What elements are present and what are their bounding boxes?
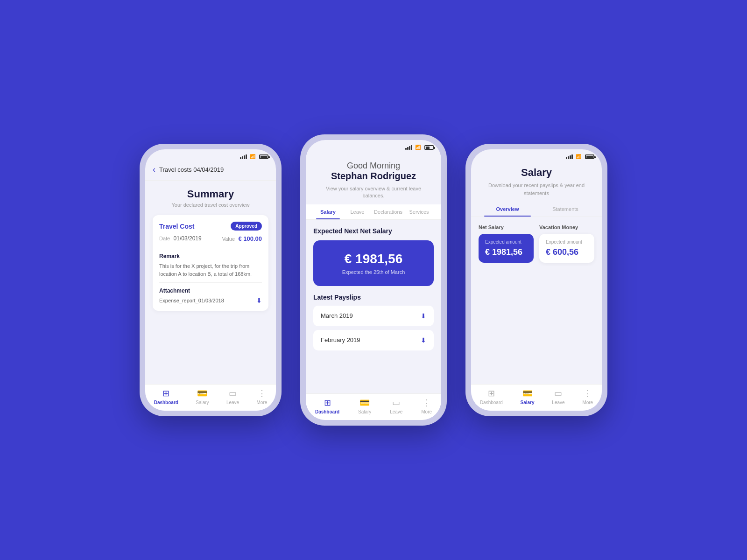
more-icon: ⋮ xyxy=(258,388,266,399)
back-button[interactable]: ‹ xyxy=(153,165,155,175)
remark-text: This is for the X project, for the trip … xyxy=(159,262,262,278)
nav-more[interactable]: ⋮ More xyxy=(256,388,267,405)
tab-services[interactable]: Services xyxy=(404,204,434,219)
salary-title: Salary xyxy=(480,167,592,179)
salary-icon: 💳 xyxy=(359,398,370,408)
greeting-name: Stephan Rodriguez xyxy=(315,171,432,182)
vacation-card: Expected amount € 600,56 xyxy=(539,234,594,263)
vac-amount: € 600,56 xyxy=(546,247,588,257)
nav-leave[interactable]: ▭ Leave xyxy=(552,388,564,405)
net-salary-label: Net Salary xyxy=(479,224,534,230)
battery-icon xyxy=(424,145,434,150)
nav-salary-label: Salary xyxy=(521,400,535,405)
approved-badge: Approved xyxy=(231,222,262,231)
download-icon[interactable]: ⬇ xyxy=(256,297,262,304)
greeting-line1: Good Morning xyxy=(315,161,432,171)
nav-leave-label: Leave xyxy=(390,409,402,414)
value-label: Value xyxy=(222,236,235,242)
attachment-title: Attachment xyxy=(159,287,262,294)
nav-salary[interactable]: 💳 Salary xyxy=(521,388,535,405)
tab-leave[interactable]: Leave xyxy=(343,204,372,219)
net-expected-label: Expected amount xyxy=(485,239,527,245)
net-amount: € 1981,56 xyxy=(485,247,527,257)
tab-bar: Salary Leave Declarations Services xyxy=(306,204,441,220)
screen-header: ‹ Travel costs 04/04/2019 xyxy=(145,161,276,181)
battery-icon xyxy=(259,154,268,159)
phone-3: 📶 Salary Download your recent payslips &… xyxy=(465,144,607,416)
download-feb-icon[interactable]: ⬇ xyxy=(421,336,426,344)
nav-more[interactable]: ⋮ More xyxy=(582,388,593,405)
travel-cost-label: Travel Cost xyxy=(159,223,194,230)
tab-statements[interactable]: Statements xyxy=(536,202,594,217)
battery-icon xyxy=(585,154,594,159)
nav-more-label: More xyxy=(421,409,432,414)
nav-dashboard-label: Dashboard xyxy=(315,409,339,414)
page-subtitle: Your declared travel cost overview xyxy=(153,202,268,208)
greeting-section: Good Morning Stephan Rodriguez View your… xyxy=(306,152,441,204)
bottom-nav-3: ⊞ Dashboard 💳 Salary ▭ Leave ⋮ More xyxy=(471,384,602,411)
nav-salary[interactable]: 💳 Salary xyxy=(196,388,209,405)
tab-declarations[interactable]: Declarations xyxy=(372,204,404,219)
nav-leave-label: Leave xyxy=(552,400,564,405)
nav-leave[interactable]: ▭ Leave xyxy=(226,388,239,405)
nav-leave[interactable]: ▭ Leave xyxy=(390,398,402,414)
status-bar-1: 📶 xyxy=(145,149,276,161)
header-title: Travel costs 04/04/2019 xyxy=(159,166,224,173)
salary-icon: 💳 xyxy=(522,388,533,399)
more-icon: ⋮ xyxy=(423,398,431,408)
leave-icon: ▭ xyxy=(554,388,562,399)
tab-overview[interactable]: Overview xyxy=(479,202,536,217)
attachment-name: Expense_report_01/03/2018 xyxy=(159,298,224,303)
nav-dashboard[interactable]: ⊞ Dashboard xyxy=(480,388,503,405)
salary-icon: 💳 xyxy=(197,388,207,399)
wifi-icon: 📶 xyxy=(576,154,581,159)
more-icon: ⋮ xyxy=(584,388,592,399)
signal-icon xyxy=(566,154,573,159)
nav-salary-label: Salary xyxy=(196,400,209,405)
payslips-title: Latest Payslips xyxy=(313,294,434,301)
payslip-march: March 2019 xyxy=(321,312,353,319)
nav-more-label: More xyxy=(256,400,267,405)
dashboard-icon: ⊞ xyxy=(162,388,169,399)
status-bar-3: 📶 xyxy=(471,149,602,161)
salary-expected: Expected the 25th of March xyxy=(323,269,424,275)
vacation-money-label: Vacation Money xyxy=(539,224,594,230)
wifi-icon: 📶 xyxy=(415,145,421,150)
remark-title: Remark xyxy=(159,253,262,259)
value-amount: € 100.00 xyxy=(238,235,262,242)
dashboard-icon: ⊞ xyxy=(324,398,331,408)
salary-section-title: Expected Next Net Salary xyxy=(313,227,434,235)
nav-more[interactable]: ⋮ More xyxy=(421,398,432,414)
tab-bar-3: Overview Statements xyxy=(471,202,602,217)
payslip-february: February 2019 xyxy=(321,336,360,343)
phone-2: 📶 Good Morning Stephan Rodriguez View yo… xyxy=(300,134,447,426)
salary-card: € 1981,56 Expected the 25th of March xyxy=(313,240,434,286)
signal-icon xyxy=(240,154,247,159)
nav-dashboard-label: Dashboard xyxy=(480,400,503,405)
nav-more-label: More xyxy=(582,400,593,405)
salary-header: Salary Download your recent payslips & y… xyxy=(471,161,602,197)
wifi-icon: 📶 xyxy=(250,154,255,159)
leave-icon: ▭ xyxy=(392,398,400,408)
nav-dashboard[interactable]: ⊞ Dashboard xyxy=(154,388,178,405)
payslip-row-march[interactable]: March 2019 ⬇ xyxy=(313,306,434,326)
bottom-nav-1: ⊞ Dashboard 💳 Salary ▭ Leave ⋮ More xyxy=(145,384,276,411)
signal-icon xyxy=(405,145,412,150)
page-title: Summary xyxy=(153,188,268,200)
date-value: 01/03/2019 xyxy=(174,235,202,242)
travel-cost-card: Travel Cost Approved Date 01/03/2019 Val… xyxy=(153,215,268,311)
salary-amount: € 1981,56 xyxy=(323,252,424,266)
leave-icon: ▭ xyxy=(229,388,237,399)
download-march-icon[interactable]: ⬇ xyxy=(421,312,426,320)
nav-salary-label: Salary xyxy=(358,409,371,414)
dashboard-icon: ⊞ xyxy=(488,388,495,399)
greeting-desc: View your salary overview & current leav… xyxy=(315,185,432,200)
phone-1: 📶 ‹ Travel costs 04/04/2019 Summary Your… xyxy=(140,144,282,416)
nav-dashboard[interactable]: ⊞ Dashboard xyxy=(315,398,339,414)
nav-leave-label: Leave xyxy=(226,400,239,405)
tab-salary[interactable]: Salary xyxy=(313,204,343,219)
salary-subtitle: Download your recent payslips & year end… xyxy=(480,182,592,197)
nav-salary[interactable]: 💳 Salary xyxy=(358,398,371,414)
nav-dashboard-label: Dashboard xyxy=(154,400,178,405)
payslip-row-feb[interactable]: February 2019 ⬇ xyxy=(313,330,434,350)
